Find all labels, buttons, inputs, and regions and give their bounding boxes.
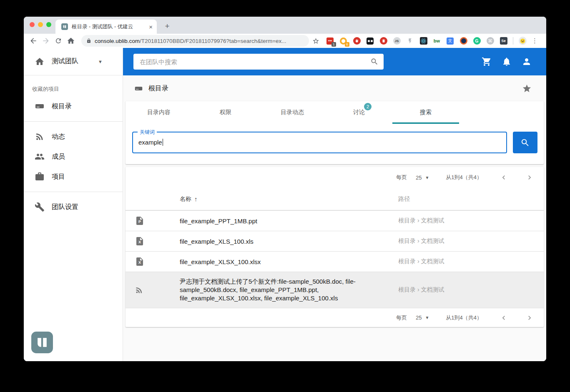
global-search-input[interactable] bbox=[140, 58, 370, 65]
account-icon[interactable] bbox=[522, 57, 532, 67]
address-bar[interactable]: console.ublib.com/T201811070BBD/F2018110… bbox=[81, 35, 309, 47]
keyword-field[interactable]: 关键词 example bbox=[132, 132, 507, 153]
drive-icon bbox=[134, 84, 143, 93]
briefcase-icon bbox=[35, 172, 45, 182]
sidebar-divider bbox=[24, 192, 123, 197]
sidebar-item-team-settings[interactable]: 团队设置 bbox=[24, 197, 123, 217]
next-page-icon[interactable] bbox=[525, 173, 534, 182]
forward-icon[interactable] bbox=[40, 35, 51, 46]
sidebar-item-members[interactable]: 成员 bbox=[24, 147, 123, 167]
per-page-label: 每页 bbox=[396, 174, 407, 181]
previous-page-icon[interactable] bbox=[500, 173, 508, 182]
tab-directory-content[interactable]: 目录内容 bbox=[126, 101, 192, 124]
sidebar-item-projects[interactable]: 项目 bbox=[24, 167, 123, 187]
new-tab-button[interactable]: + bbox=[161, 20, 173, 32]
extension-selenium-icon[interactable]: Se bbox=[500, 37, 507, 45]
tab-search[interactable]: 搜索 bbox=[392, 101, 459, 124]
bell-icon[interactable] bbox=[502, 57, 512, 67]
sidebar-item-label: 动态 bbox=[52, 132, 65, 141]
file-name: file_example_XLSX_100.xlsx bbox=[180, 258, 390, 265]
table-row[interactable]: P file_example_PPT_1MB.ppt 根目录 › 文档测试 bbox=[126, 210, 544, 231]
wrench-icon bbox=[35, 202, 45, 212]
pagination-top: 每页 25▼ 从1到4（共4） bbox=[126, 167, 544, 188]
search-icon[interactable] bbox=[370, 57, 379, 66]
extension-grammarly-icon[interactable]: G bbox=[473, 37, 481, 45]
active-tab-underline bbox=[392, 122, 459, 124]
xls-file-icon: X bbox=[135, 236, 145, 246]
column-header-name[interactable]: 名称↑ bbox=[180, 195, 390, 203]
tab-directory-activity[interactable]: 目录动态 bbox=[259, 101, 326, 124]
people-icon bbox=[35, 152, 45, 162]
keyword-field-label: 关键词 bbox=[138, 129, 157, 136]
file-path: 根目录 › 文档测试 bbox=[398, 237, 444, 245]
extension-react-devtools-icon[interactable] bbox=[419, 37, 427, 45]
activity-text: 尹志翔于文档测试上传了5个新文件:file-sample_500kB.doc, … bbox=[180, 277, 390, 302]
cards-container: 目录内容 权限 目录动态 讨论2 搜索 关键词 example bbox=[123, 101, 546, 327]
browser-tab[interactable]: 根目录 - 测试团队 - 优建云 × bbox=[55, 20, 157, 34]
file-name: file_example_XLS_100.xls bbox=[180, 238, 390, 245]
table-row[interactable]: X file_example_XLSX_100.xlsx 根目录 › 文档测试 bbox=[126, 251, 544, 272]
per-page-select[interactable]: 25▼ bbox=[416, 175, 429, 181]
tab-close-icon[interactable]: × bbox=[149, 23, 153, 30]
sidebar-item-label: 团队设置 bbox=[52, 203, 78, 212]
table-row[interactable]: X file_example_XLS_100.xls 根目录 › 文档测试 bbox=[126, 231, 544, 251]
sidebar-item-label: 项目 bbox=[52, 172, 65, 181]
favorite-star-icon[interactable] bbox=[522, 84, 532, 93]
appbar-icons bbox=[482, 57, 532, 67]
extension-honey-icon[interactable]: 6 bbox=[339, 37, 347, 45]
tab-discussion[interactable]: 讨论2 bbox=[326, 101, 392, 124]
browser-menu-icon[interactable]: ⋮ bbox=[532, 37, 538, 45]
page-header: 根目录 bbox=[123, 75, 546, 101]
extension-smiley-icon[interactable] bbox=[519, 37, 527, 45]
extension-redpin-icon[interactable]: •••1 bbox=[326, 37, 334, 45]
zoom-window-button[interactable] bbox=[46, 22, 51, 27]
extension-blocker-hand-icon[interactable] bbox=[353, 37, 361, 45]
search-submit-button[interactable] bbox=[513, 132, 537, 153]
home-icon[interactable] bbox=[65, 35, 76, 46]
close-window-button[interactable] bbox=[30, 22, 35, 27]
page-title: 根目录 bbox=[148, 84, 168, 93]
sidebar-item-activity[interactable]: 动态 bbox=[24, 127, 123, 147]
extension-bw-icon[interactable]: bw bbox=[433, 37, 441, 45]
extension-dark-reader-icon[interactable] bbox=[366, 37, 374, 45]
directory-card: 目录内容 权限 目录动态 讨论2 搜索 关键词 example bbox=[126, 101, 544, 164]
back-icon[interactable] bbox=[28, 35, 39, 46]
per-page-select[interactable]: 25▼ bbox=[416, 315, 429, 321]
discussion-badge: 2 bbox=[364, 103, 372, 110]
sidebar-item-root-directory[interactable]: 根目录 bbox=[24, 96, 123, 116]
app-content: 测试团队 ▼ 收藏的项目 根目录 动态 成员 项目 bbox=[24, 48, 546, 361]
extension-orange-ring-icon[interactable] bbox=[460, 37, 467, 45]
chevron-down-icon[interactable]: ▼ bbox=[98, 59, 103, 64]
keyword-field-value[interactable]: example bbox=[133, 132, 506, 152]
column-header-path[interactable]: 路径 bbox=[398, 195, 410, 203]
extensions-divider bbox=[513, 37, 513, 45]
app-logo bbox=[31, 332, 53, 353]
global-search-box[interactable] bbox=[133, 54, 384, 70]
tab-permissions[interactable]: 权限 bbox=[192, 101, 259, 124]
pagination-bottom: 每页 25▼ 从1到4（共4） bbox=[126, 308, 544, 327]
table-header: 名称↑ 路径 bbox=[126, 188, 544, 210]
extension-translate-icon[interactable]: 文 bbox=[446, 37, 454, 45]
bookmark-star-icon[interactable] bbox=[312, 37, 319, 45]
url-domain: console.ublib.com bbox=[95, 38, 140, 44]
lock-icon bbox=[86, 38, 91, 43]
team-switcher[interactable]: 测试团队 ▼ bbox=[24, 48, 123, 75]
sidebar-divider bbox=[24, 121, 123, 127]
home-icon bbox=[35, 57, 45, 67]
extension-command-icon[interactable]: ⌘ bbox=[486, 37, 494, 45]
drive-icon bbox=[35, 101, 45, 111]
search-results-card: 每页 25▼ 从1到4（共4） 名称↑ 路径 P file_example_PP… bbox=[126, 167, 544, 327]
previous-page-icon[interactable] bbox=[500, 314, 508, 322]
extension-js-icon[interactable]: JS bbox=[393, 37, 401, 45]
file-path: 根目录 › 文档测试 bbox=[398, 286, 444, 294]
cart-icon[interactable] bbox=[482, 57, 492, 67]
next-page-icon[interactable] bbox=[525, 314, 534, 322]
extension-bolt-icon[interactable] bbox=[406, 37, 414, 45]
sidebar-item-label: 成员 bbox=[52, 152, 65, 161]
minimize-window-button[interactable] bbox=[38, 22, 43, 27]
table-row-activity[interactable]: 尹志翔于文档测试上传了5个新文件:file-sample_500kB.doc, … bbox=[126, 272, 544, 308]
browser-tab-strip: 根目录 - 测试团队 - 优建云 × + bbox=[24, 17, 546, 34]
reload-icon[interactable] bbox=[53, 35, 64, 46]
team-name: 测试团队 bbox=[52, 57, 78, 66]
extension-cleaner-icon[interactable] bbox=[379, 37, 387, 45]
